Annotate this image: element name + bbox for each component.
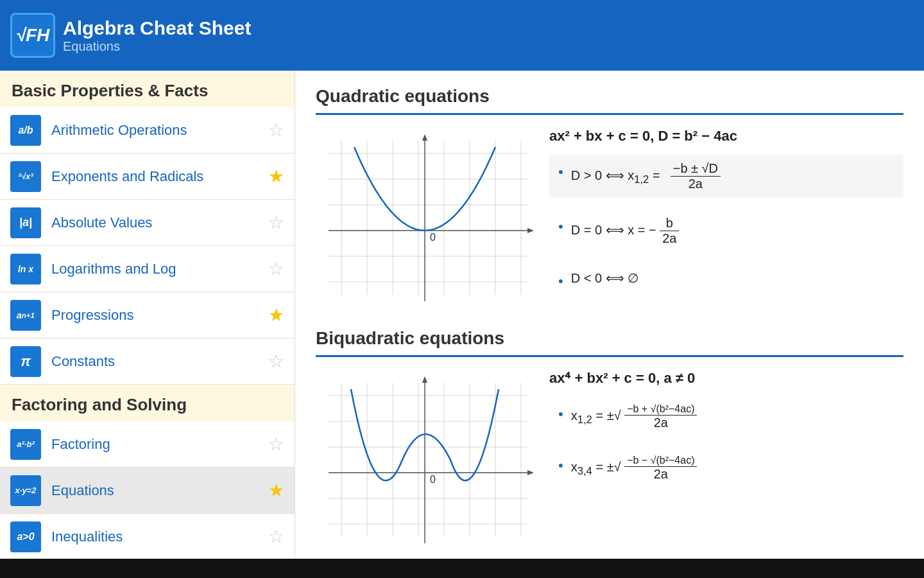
formula-text-1: D > 0 ⟺ x1,2 = −b ± √D 2a	[571, 161, 721, 191]
quadratic-formulas: ax² + bx + c = 0, D = b² − 4ac • D > 0 ⟺…	[549, 128, 903, 308]
bullet-1: •	[558, 164, 563, 180]
app-subtitle: Equations	[63, 39, 251, 54]
svg-marker-35	[527, 470, 534, 475]
star-arithmetic[interactable]: ☆	[268, 119, 284, 141]
svg-marker-36	[422, 376, 427, 383]
star-progressions[interactable]: ★	[268, 304, 284, 326]
recent-button[interactable]: ▭	[751, 565, 789, 578]
star-exponents[interactable]: ★	[268, 166, 284, 187]
bullet-3: •	[558, 273, 563, 290]
star-constants[interactable]: ☆	[268, 351, 284, 372]
content-area: Quadratic equations	[295, 71, 924, 559]
quadratic-graph: 0	[316, 128, 534, 308]
quadratic-formula-2: • D = 0 ⟺ x = − b 2a	[549, 209, 903, 252]
sidebar-label-constants: Constants	[51, 353, 268, 370]
sidebar-item-progressions[interactable]: an+1 Progressions ★	[0, 292, 295, 338]
biquadratic-formula-1: • x1,2 = ±√ −b + √(b²−4ac) 2a	[549, 397, 903, 437]
formula-text-5: x3,4 = ±√ −b − √(b²−4ac) 2a	[571, 455, 697, 482]
bottom-nav: ← ⌂ ▭	[0, 559, 924, 578]
section-header-basic: Basic Properties & Facts	[0, 71, 295, 107]
star-absolute[interactable]: ☆	[268, 212, 284, 233]
star-inequalities[interactable]: ☆	[268, 526, 284, 547]
section-header-factoring: Factoring and Solving	[0, 385, 295, 421]
sidebar-item-absolute[interactable]: |a| Absolute Values ☆	[0, 200, 295, 246]
formula-text-4: x1,2 = ±√ −b + √(b²−4ac) 2a	[571, 403, 697, 430]
bullet-5: •	[558, 457, 563, 474]
absolute-icon: |a|	[10, 207, 41, 238]
sidebar: Basic Properties & Facts a/b Arithmetic …	[0, 71, 295, 559]
biquadratic-title: Biquadratic equations	[316, 328, 903, 357]
back-button[interactable]: ←	[135, 565, 173, 578]
sidebar-label-progressions: Progressions	[51, 307, 268, 324]
biquadratic-formula-2: • x3,4 = ±√ −b − √(b²−4ac) 2a	[549, 448, 903, 488]
quadratic-formula-1: • D > 0 ⟺ x1,2 = −b ± √D 2a	[549, 155, 903, 198]
biquadratic-formulas: ax⁴ + bx² + c = 0, a ≠ 0 • x1,2 = ±√ −b …	[549, 370, 903, 500]
quadratic-section: Quadratic equations	[316, 86, 903, 308]
biquadratic-graph: 0	[316, 370, 534, 550]
sidebar-item-constants[interactable]: π Constants ☆	[0, 338, 295, 385]
sidebar-label-absolute: Absolute Values	[51, 215, 268, 231]
star-factoring[interactable]: ☆	[268, 434, 284, 455]
sidebar-item-factoring[interactable]: a²·b² Factoring ☆	[0, 421, 295, 468]
quadratic-formula-3: • D < 0 ⟺ ∅	[549, 264, 903, 296]
formula-text-2: D = 0 ⟺ x = − b 2a	[571, 216, 680, 246]
sidebar-item-exponents[interactable]: ²√x³ Exponents and Radicals ★	[0, 153, 295, 200]
svg-text:0: 0	[430, 474, 436, 485]
biquadratic-body: 0 ax⁴ + bx² + c = 0, a ≠ 0 • x1,2 = ±√	[316, 370, 903, 550]
sidebar-label-inequalities: Inequalities	[51, 529, 268, 545]
factoring-icon: a²·b²	[10, 429, 41, 460]
constants-icon: π	[10, 346, 41, 377]
equations-icon: x·y=2	[10, 475, 41, 506]
sidebar-label-equations: Equations	[51, 482, 268, 499]
bullet-4: •	[558, 406, 563, 423]
sidebar-label-factoring: Factoring	[51, 436, 268, 453]
star-equations[interactable]: ★	[268, 480, 284, 501]
app-title: Algebra Cheat Sheet	[63, 17, 251, 39]
sidebar-label-arithmetic: Arithmetic Operations	[51, 122, 268, 139]
svg-marker-17	[422, 134, 427, 141]
home-button[interactable]: ⌂	[443, 565, 481, 578]
bullet-2: •	[558, 218, 563, 235]
sidebar-item-equations[interactable]: x·y=2 Equations ★	[0, 468, 295, 514]
progressions-icon: an+1	[10, 300, 41, 331]
biquadratic-main-formula: ax⁴ + bx² + c = 0, a ≠ 0	[549, 370, 903, 387]
sidebar-label-exponents: Exponents and Radicals	[51, 168, 268, 185]
svg-text:0: 0	[430, 232, 436, 243]
app-icon: √FH	[10, 13, 55, 58]
sidebar-label-logarithms: Logarithms and Log	[51, 261, 268, 277]
quadratic-body: 0 ax² + bx + c = 0, D = b² − 4ac • D > 0…	[316, 128, 903, 308]
sidebar-item-arithmetic[interactable]: a/b Arithmetic Operations ☆	[0, 107, 295, 153]
top-bar: √FH Algebra Cheat Sheet Equations	[0, 0, 924, 71]
arithmetic-icon: a/b	[10, 115, 41, 146]
biquadratic-section: Biquadratic equations	[316, 328, 903, 550]
sidebar-item-logarithms[interactable]: ln x Logarithms and Log ☆	[0, 246, 295, 292]
quadratic-title: Quadratic equations	[316, 86, 903, 115]
sidebar-item-inequalities[interactable]: a>0 Inequalities ☆	[0, 514, 295, 559]
star-logarithms[interactable]: ☆	[268, 258, 284, 279]
quadratic-main-formula: ax² + bx + c = 0, D = b² − 4ac	[549, 128, 903, 144]
logarithms-icon: ln x	[10, 254, 41, 285]
svg-marker-16	[527, 228, 534, 233]
main-layout: Basic Properties & Facts a/b Arithmetic …	[0, 71, 924, 559]
inequalities-icon: a>0	[10, 521, 41, 552]
app-title-block: Algebra Cheat Sheet Equations	[63, 17, 251, 54]
exponents-icon: ²√x³	[10, 161, 41, 192]
formula-text-3: D < 0 ⟺ ∅	[571, 270, 638, 286]
